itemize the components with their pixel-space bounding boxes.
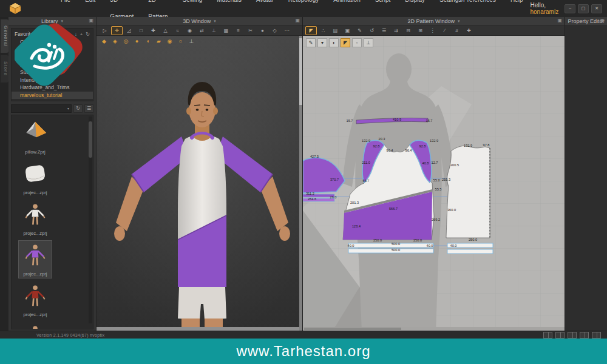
float-window-icon[interactable]: ▣ (295, 18, 300, 23)
avatar-3d-render[interactable] (97, 36, 302, 331)
library-item-1[interactable]: projec...zprj (19, 160, 52, 197)
simulate-tool-icon[interactable]: ▷ (99, 26, 110, 35)
property-editor-header[interactable]: Property Editor ▣ (565, 17, 607, 25)
edit-curvature-tool-icon[interactable]: ▤ (330, 26, 341, 35)
layout-single-button[interactable] (543, 332, 552, 339)
avatar-thumbnail (22, 243, 49, 269)
measurement-label: 15.7 (426, 119, 433, 123)
pin-tool-icon[interactable]: ✚ (148, 26, 159, 35)
notch-tool-icon[interactable]: ⊟ (402, 26, 414, 35)
float-window-icon[interactable]: ▣ (557, 18, 562, 23)
library-item-5[interactable]: projec...zprj (19, 322, 52, 329)
2d-window-header[interactable]: 2D Pattern Window ▾ ▣ (303, 17, 565, 25)
measurement-label: 500.0 (392, 248, 400, 252)
add-pattern-tool-icon[interactable]: ✚ (463, 26, 475, 35)
polygon-draw-tool-icon[interactable]: ✎ (354, 26, 365, 35)
folder-hanger[interactable]: Hanger (12, 53, 93, 61)
list-view-icon[interactable]: ☰ (84, 104, 93, 113)
select-box-tool-icon[interactable]: □ (135, 26, 147, 35)
show-avatar-toggle-icon[interactable]: ● (132, 38, 141, 46)
3d-window-header[interactable]: 3D Window ▾ ▣ (97, 17, 302, 25)
library-header[interactable]: Library ▾ ▣ (8, 17, 96, 25)
select-move-tool-icon[interactable]: ✛ (111, 26, 123, 35)
add-favorite-icon[interactable]: + (80, 32, 83, 37)
transform-pattern-tool-icon[interactable]: ◤ (305, 26, 317, 35)
layout-grid-button[interactable] (580, 332, 589, 339)
layout-three-pane-button[interactable] (568, 332, 577, 339)
measure-tool-icon[interactable]: ⊥ (208, 26, 220, 35)
minimize-button[interactable]: – (565, 4, 575, 13)
paint-bucket-tool-icon[interactable]: ◤ (341, 38, 350, 47)
show-wind-toggle-icon[interactable]: ○ (176, 38, 185, 46)
footer-banner: www.Tarhestan.org (0, 339, 607, 364)
scale-ruler-toggle-icon[interactable]: ⊥ (187, 38, 196, 46)
folder-hardware-and-trims[interactable]: Hardware_and_Trims (12, 84, 93, 92)
maximize-button[interactable]: ▢ (578, 4, 589, 13)
show-internal-lines-toggle-icon[interactable]: ◎ (121, 38, 131, 46)
fold-arrange-tool-icon[interactable]: △ (160, 26, 171, 35)
tab-store[interactable]: Store (1, 55, 8, 82)
float-window-icon[interactable]: ▣ (600, 18, 605, 23)
dropper-tool-icon[interactable]: ▾ (317, 38, 327, 47)
show-garment-toggle-icon[interactable]: ◆ (100, 38, 109, 46)
refresh-icon[interactable]: ↻ (86, 32, 90, 37)
chevron-down-icon[interactable]: ▾ (61, 19, 64, 24)
zipper-tool-icon[interactable]: ◇ (269, 26, 280, 35)
chevron-down-icon[interactable]: ▾ (214, 19, 216, 24)
3d-toolbar: ▷✛◿□✚△≈◉⇄⊥▦≡✂●◇⋯ (97, 25, 302, 36)
3d-vertical-scrollbar[interactable] (299, 36, 302, 331)
circle-draw-tool-icon[interactable]: ☰ (378, 26, 390, 35)
folder-interior-fabric[interactable]: Interior_Fabric (12, 76, 93, 84)
library-item-0[interactable]: pillow.Zprj (19, 119, 52, 156)
tack-tool-icon[interactable]: ◉ (184, 26, 195, 35)
brush-tool-icon[interactable]: ✎ (306, 38, 316, 47)
trace-tool-icon[interactable]: ∕ (439, 26, 450, 35)
eraser-tool-icon[interactable]: ◦ (352, 38, 362, 47)
2d-pattern-area[interactable]: ✎▾◗◤◦⊥ (303, 36, 565, 331)
float-panel-icon[interactable]: ▣ (89, 18, 93, 23)
avatar-tape-tool-icon[interactable]: ≡ (232, 26, 244, 35)
seam-allowance-tool-icon[interactable]: ⊞ (415, 26, 426, 35)
measurement-label: 96.4 (405, 149, 412, 152)
refresh-library-icon[interactable]: ↻ (73, 104, 83, 113)
grading-tool-icon[interactable]: ⋮ (427, 26, 438, 35)
library-item-2[interactable]: projec...zprj (19, 200, 52, 237)
rectangle-draw-tool-icon[interactable]: ↺ (366, 26, 378, 35)
library-filter-dropdown[interactable]: ▾ (11, 104, 72, 113)
button-tool-icon[interactable]: ● (257, 26, 268, 35)
dart-tool-icon[interactable]: ⇉ (390, 26, 402, 35)
edit-pattern-tool-icon[interactable]: ∴ (317, 26, 329, 35)
flatten-tool-icon[interactable]: ▦ (220, 26, 232, 35)
layout-two-pane-button[interactable] (555, 332, 565, 339)
measurement-label: 250.0 (373, 238, 382, 242)
folder-substance[interactable]: Substance (12, 69, 93, 76)
import-icon[interactable]: ↓ (75, 32, 77, 37)
layout-custom-button[interactable] (592, 332, 601, 339)
add-point-tool-icon[interactable]: ▣ (342, 26, 353, 35)
footer-url[interactable]: www.Tarhestan.org (236, 343, 370, 360)
grid-tool-icon[interactable]: # (451, 26, 463, 35)
show-pattern-mesh-toggle-icon[interactable]: ▰ (154, 38, 163, 46)
pillow-thumbnail (22, 161, 49, 188)
chevron-down-icon[interactable]: ▾ (458, 19, 460, 24)
scissors-tool-icon[interactable]: ✂ (245, 26, 256, 35)
wind-tool-icon[interactable]: ≈ (172, 26, 183, 35)
folder-fabric[interactable]: Fabric (12, 61, 93, 69)
spread-tool-icon[interactable]: ◗ (329, 38, 339, 47)
sewing-tool-icon[interactable]: ⇄ (196, 26, 208, 35)
library-item-3[interactable]: projec...zprj (19, 241, 52, 278)
tab-general[interactable]: General (1, 19, 8, 53)
library-item-4[interactable]: projec...zprj (19, 281, 52, 318)
close-button[interactable]: ✕ (591, 4, 602, 13)
select-mesh-tool-icon[interactable]: ◿ (123, 26, 135, 35)
texture-surface-toggle-icon[interactable]: ◈ (110, 38, 120, 46)
3d-viewport[interactable]: ◆◈◎●◖▰◉○⊥ (97, 36, 302, 331)
show-pins-toggle-icon[interactable]: ◉ (165, 38, 174, 46)
folder-marvelous-tutorial[interactable]: marvelous_tutorial (12, 92, 93, 99)
library-scrollbar[interactable] (89, 116, 92, 323)
folder-garment[interactable]: Garment (12, 38, 93, 46)
folder-avatar[interactable]: Avatar (12, 46, 93, 54)
show-arrangement-points-toggle-icon[interactable]: ◖ (143, 38, 152, 46)
stamp-tool-icon[interactable]: ⊥ (364, 38, 373, 47)
more-tools-icon[interactable]: ⋯ (281, 26, 293, 35)
